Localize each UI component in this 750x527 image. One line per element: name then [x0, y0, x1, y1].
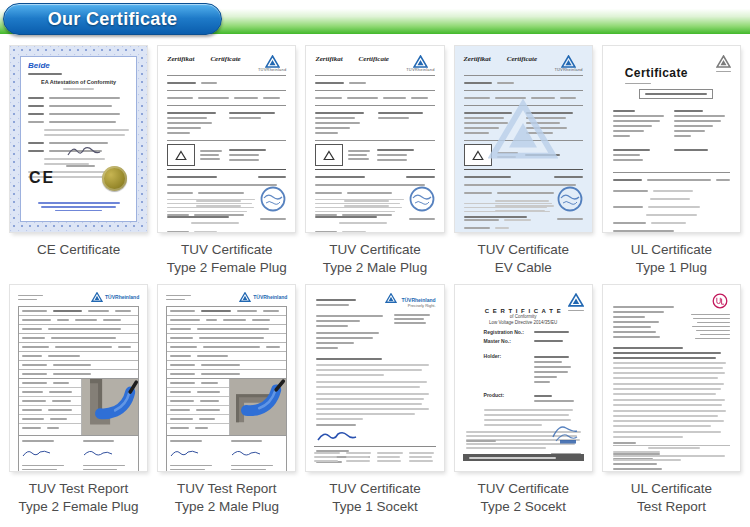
certificate-cell: Beide EA Attestation of Conformity — [10, 46, 147, 285]
certificate-cell: C E R T I F I C A T E of Conformity Low … — [455, 285, 592, 524]
ce-certificate-body: Beide EA Attestation of Conformity — [20, 56, 137, 222]
caption-line2: Type 2 Female Plug — [158, 259, 295, 277]
certificate-cell: Zertifikat Certificate TÜVRheinland — [455, 46, 592, 285]
blue-stamp-icon — [557, 186, 583, 223]
product-row — [167, 173, 286, 181]
ce-mark-box-icon — [315, 144, 343, 166]
certificate-caption: TUV Test Report Type 2 Female Plug — [10, 480, 147, 516]
tuv-certificate-header: Zertifikat Certificate TÜVRheinland — [315, 55, 434, 72]
report-footer — [613, 445, 730, 464]
certificate-cell: TÜVRheinland — [158, 285, 295, 524]
zertifikat-title: Zertifikat — [464, 55, 491, 64]
blue-stamp-icon — [550, 421, 580, 449]
tagline: Precisely Right. — [385, 303, 436, 308]
signature-row — [166, 436, 287, 471]
tuv-certificate-header: Zertifikat Certificate TÜVRheinland — [464, 55, 583, 72]
master-row: Master No.: — [484, 338, 581, 344]
certificate-caption: UL Certificate Type 1 Plug — [603, 241, 740, 277]
ce-footer-lines — [31, 200, 126, 213]
caption-line1: UL Certificate — [603, 480, 740, 498]
gold-seal-icon — [102, 166, 127, 191]
certificate-thumbnail-tuv-male-plug[interactable]: Zertifikat Certificate TÜVRheinland — [306, 46, 443, 232]
report-left-labels — [167, 379, 230, 435]
page-header: Our Certificate — [0, 0, 750, 40]
product-photo-female-plug — [82, 379, 138, 435]
footer-bar — [463, 454, 584, 461]
product-lines — [613, 176, 730, 232]
certificate-caption: CE Certificate — [10, 241, 147, 277]
certificate-thumbnail-tuv-ev-cable[interactable]: Zertifikat Certificate TÜVRheinland — [455, 46, 592, 232]
report-thumbnail-male-plug[interactable]: TÜVRheinland — [158, 285, 295, 471]
certificate-thumbnail-ul-plug[interactable]: Certificate — [603, 46, 740, 232]
tuv-triangle-icon: TÜVRheinland — [554, 55, 582, 72]
mark-row — [167, 144, 286, 166]
certificate-caption: TUV Certificate Type 2 Male Plug — [306, 241, 443, 277]
address-columns — [613, 107, 730, 140]
report-thumbnail-female-plug[interactable]: TÜVRheinland — [10, 285, 147, 471]
report-paragraphs — [613, 362, 730, 449]
certificate-thumbnail-tuv-socket2[interactable]: C E R T I F I C A T E of Conformity Low … — [455, 285, 592, 471]
caption-line2: Type 2 Socekt — [455, 498, 592, 516]
certificate-cell: UL Certificate Test Report — [603, 285, 740, 524]
caption-line1: TUV Certificate — [455, 241, 592, 259]
blue-stamp-icon — [260, 186, 286, 223]
certificate-caption: TUV Certificate Type 1 Socekt — [306, 480, 443, 516]
letter-paragraphs — [316, 364, 433, 420]
certificate-caption: TUV Certificate Type 2 Female Plug — [158, 241, 295, 277]
report-middle — [18, 379, 139, 436]
certificate-cell: Certificate — [603, 46, 740, 285]
certificate-cell: Zertifikat Certificate TÜVRheinland — [158, 46, 295, 285]
certificate-cell: Zertifikat Certificate TÜVRheinland — [306, 46, 443, 285]
zertifikat-title: Zertifikat — [167, 55, 194, 64]
caption-line2: Type 2 Female Plug — [10, 498, 147, 516]
report-left-labels — [19, 379, 82, 435]
reference-row — [315, 79, 434, 87]
report-header: TÜVRheinland — [18, 292, 139, 303]
caption-line2: Type 1 Socekt — [306, 498, 443, 516]
product-row — [464, 173, 583, 181]
footer-paragraph — [464, 200, 552, 220]
footer-paragraph — [315, 196, 403, 220]
tuv-rheinland-logo: TÜVRheinland — [239, 292, 287, 303]
tuv-watermark-icon — [488, 99, 558, 165]
certificate-thumbnail-ul-report[interactable] — [603, 285, 740, 471]
ce-title: EA Attestation of Conformity — [28, 79, 129, 85]
header-columns — [315, 94, 434, 102]
tuv-triangle-icon: TÜVRheinland — [406, 55, 434, 72]
report-table-top — [166, 306, 287, 379]
ce-mark-box-icon — [167, 144, 195, 166]
caption-line2: Test Report — [603, 498, 740, 516]
certificate-cell: TÜVRheinland Precisely Right. — [306, 285, 443, 524]
beide-logo: Beide — [28, 62, 129, 70]
caption-line2: EV Cable — [455, 259, 592, 277]
letter-footer-columns — [314, 446, 435, 465]
caption-line1: TUV Certificate — [306, 241, 443, 259]
certificate-title: Certificate — [210, 55, 240, 64]
certificate-caption: TUV Certificate Type 2 Socekt — [455, 480, 592, 516]
tuv-triangle-icon: TÜVRheinland — [258, 55, 286, 72]
zertifikat-title: Zertifikat — [315, 55, 342, 64]
holder-row: Holder: — [484, 353, 581, 386]
reference-row — [464, 79, 583, 87]
report-header: TÜVRheinland — [166, 292, 287, 303]
header-columns — [167, 94, 286, 102]
certificate-thumbnail-tuv-socket1[interactable]: TÜVRheinland Precisely Right. — [306, 285, 443, 471]
ul-certificate-title: Certificate — [625, 66, 730, 80]
certificate-caption: TUV Certificate EV Cable — [455, 241, 592, 277]
address-block — [315, 109, 434, 137]
tuv-gray-triangle-icon — [716, 55, 731, 75]
address-and-date — [316, 312, 433, 352]
report-table-top — [18, 306, 139, 379]
certificate-title: Certificate — [359, 55, 389, 64]
certificate-thumbnail-ce[interactable]: Beide EA Attestation of Conformity — [10, 46, 147, 232]
product-row — [315, 173, 434, 181]
blue-stamp-icon — [409, 186, 435, 223]
certificate-thumbnail-tuv-female-plug[interactable]: Zertifikat Certificate TÜVRheinland — [158, 46, 295, 232]
registration-row: Registration No.: — [484, 329, 581, 335]
reference-columns — [613, 146, 730, 164]
certificate-title: Certificate — [507, 55, 537, 64]
ce-mark: CE — [29, 169, 55, 187]
caption-line1: CE Certificate — [10, 241, 147, 259]
signature-row — [18, 436, 139, 471]
product-photo-male-plug — [230, 379, 286, 435]
